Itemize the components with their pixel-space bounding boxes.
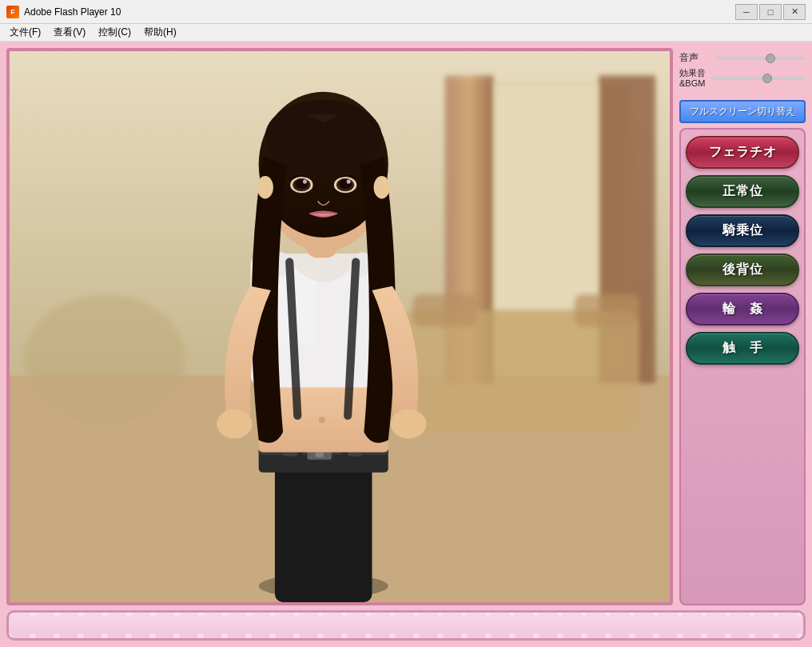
svg-rect-7 — [396, 310, 639, 432]
voice-label: 音声 — [679, 51, 711, 65]
svg-point-10 — [24, 294, 186, 424]
titlebar-controls: ─ □ ✕ — [735, 4, 806, 20]
top-area: 音声 効果音&BGM フルスクリーン切り替え フェラチオ 正常位 — [6, 48, 806, 605]
close-button[interactable]: ✕ — [783, 4, 806, 20]
minimize-button[interactable]: ─ — [735, 4, 758, 20]
scene-buttons-panel: フェラチオ 正常位 騎乗位 後背位 輪 姦 触 手 — [679, 128, 806, 605]
svg-point-40 — [347, 180, 351, 184]
svg-point-43 — [217, 409, 253, 438]
menu-help[interactable]: 帮助(H) — [137, 24, 183, 41]
sfx-slider-track — [710, 77, 806, 80]
sfx-audio-row: 効果音&BGM — [679, 68, 806, 89]
svg-point-22 — [319, 417, 325, 423]
audio-section: 音声 効果音&BGM — [679, 48, 806, 95]
scene-background — [10, 51, 670, 602]
svg-point-42 — [374, 176, 390, 198]
fullscreen-button[interactable]: フルスクリーン切り替え — [679, 100, 806, 123]
window-content: 音声 効果音&BGM フルスクリーン切り替え フェラチオ 正常位 — [0, 42, 812, 647]
svg-rect-16 — [316, 453, 324, 457]
flash-canvas — [6, 48, 673, 605]
svg-point-44 — [391, 409, 427, 438]
svg-rect-8 — [412, 294, 477, 327]
maximize-button[interactable]: □ — [759, 4, 782, 20]
scene-button-1[interactable]: フェラチオ — [686, 136, 799, 169]
scene-button-3[interactable]: 騎乗位 — [686, 214, 799, 247]
svg-rect-9 — [575, 294, 639, 327]
sfx-slider-thumb[interactable] — [762, 74, 772, 83]
sfx-label: 効果音&BGM — [679, 68, 706, 89]
right-panel: 音声 効果音&BGM フルスクリーン切り替え フェラチオ 正常位 — [679, 48, 806, 605]
app-title: Adobe Flash Player 10 — [24, 6, 121, 18]
voice-slider-thumb[interactable] — [766, 54, 775, 63]
app-icon: F — [6, 6, 19, 18]
bottom-bar — [6, 610, 806, 641]
svg-point-36 — [303, 180, 307, 184]
scene-button-2[interactable]: 正常位 — [686, 175, 799, 208]
voice-audio-row: 音声 — [679, 51, 806, 65]
titlebar: F Adobe Flash Player 10 ─ □ ✕ — [0, 0, 812, 24]
svg-point-41 — [257, 176, 273, 198]
menu-view[interactable]: 查看(V) — [47, 24, 92, 41]
titlebar-left: F Adobe Flash Player 10 — [6, 6, 121, 18]
svg-rect-6 — [494, 84, 599, 311]
svg-point-32 — [265, 100, 382, 173]
menu-file[interactable]: 文件(F) — [3, 24, 47, 41]
scene-button-6[interactable]: 触 手 — [686, 332, 799, 365]
menubar: 文件(F) 查看(V) 控制(C) 帮助(H) — [0, 24, 812, 42]
voice-slider-track — [716, 57, 806, 60]
svg-rect-12 — [275, 457, 372, 602]
menu-control[interactable]: 控制(C) — [92, 24, 137, 41]
scene-button-4[interactable]: 後背位 — [686, 254, 799, 286]
scene-button-5[interactable]: 輪 姦 — [686, 293, 799, 325]
